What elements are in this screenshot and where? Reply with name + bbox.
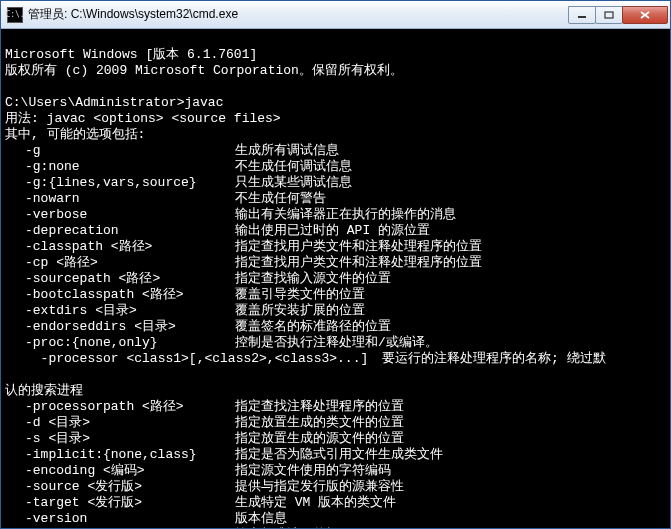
prompt-command: javac [184,95,223,110]
option-desc: 指定放置生成的类文件的位置 [235,415,404,431]
window-title: 管理员: C:\Windows\system32\cmd.exe [28,6,569,23]
option-desc: 提供与指定发行版的源兼容性 [235,479,404,495]
option-desc: 输出使用已过时的 API 的源位置 [235,223,430,239]
titlebar[interactable]: C:\. 管理员: C:\Windows\system32\cmd.exe [1,1,670,29]
option-desc: 生成特定 VM 版本的类文件 [235,495,396,511]
option-flag: -processorpath <路径> [5,399,235,415]
option-desc: 控制是否执行注释处理和/或编译。 [235,335,438,351]
option-flag: -classpath <路径> [5,239,235,255]
option-flag: -cp <路径> [5,255,235,271]
option-desc: 不生成任何调试信息 [235,159,352,175]
close-icon [640,11,650,19]
cmd-window: C:\. 管理员: C:\Windows\system32\cmd.exe Mi… [0,0,671,529]
option-row: -nowarn不生成任何警告 [5,191,666,207]
option-flag: -implicit:{none,class} [5,447,235,463]
option-desc: 只生成某些调试信息 [235,175,352,191]
option-row: -classpath <路径>指定查找用户类文件和注释处理程序的位置 [5,239,666,255]
option-flag: -sourcepath <路径> [5,271,235,287]
option-desc: 指定查找输入源文件的位置 [235,271,391,287]
usage-sub: 其中, 可能的选项包括: [5,127,145,142]
banner-line2: 版权所有 (c) 2009 Microsoft Corporation。保留所有… [5,63,403,78]
option-desc: 覆盖签名的标准路径的位置 [235,319,391,335]
option-row: -cp <路径>指定查找用户类文件和注释处理程序的位置 [5,255,666,271]
option-desc-wrap: 认的搜索进程 [5,383,83,398]
option-flag: -d <目录> [5,415,235,431]
option-row: -d <目录>指定放置生成的类文件的位置 [5,415,666,431]
window-controls [569,6,668,24]
banner-line1: Microsoft Windows [版本 6.1.7601] [5,47,257,62]
option-row: -proc:{none,only}控制是否执行注释处理和/或编译。 [5,335,666,351]
option-flag: -help [5,527,235,528]
option-row: -source <发行版>提供与指定发行版的源兼容性 [5,479,666,495]
option-flag: -proc:{none,only} [5,335,235,351]
svg-rect-1 [605,12,613,18]
option-flag: -g [5,143,235,159]
option-desc: 指定查找用户类文件和注释处理程序的位置 [235,239,482,255]
option-flag: -verbose [5,207,235,223]
option-desc: 输出有关编译器正在执行的操作的消息 [235,207,456,223]
option-desc: 指定源文件使用的字符编码 [235,463,391,479]
option-desc: 版本信息 [235,511,287,527]
maximize-icon [604,11,614,19]
option-desc: 生成所有调试信息 [235,143,339,159]
terminal-output[interactable]: Microsoft Windows [版本 6.1.7601] 版权所有 (c)… [1,29,670,528]
option-row: -bootclasspath <路径>覆盖引导类文件的位置 [5,287,666,303]
option-row: -sourcepath <路径>指定查找输入源文件的位置 [5,271,666,287]
option-row: -g:none不生成任何调试信息 [5,159,666,175]
option-row: -endorseddirs <目录>覆盖签名的标准路径的位置 [5,319,666,335]
option-desc: 指定放置生成的源文件的位置 [235,431,404,447]
option-row: -deprecation输出使用已过时的 API 的源位置 [5,223,666,239]
option-row: -g:{lines,vars,source}只生成某些调试信息 [5,175,666,191]
option-desc: 覆盖引导类文件的位置 [235,287,365,303]
option-desc: 指定查找用户类文件和注释处理程序的位置 [235,255,482,271]
option-row-processor: -processor <class1>[,<class2>,<class3>..… [5,351,666,367]
option-desc: 输出标准选项的提要 [235,527,352,528]
option-desc: 指定是否为隐式引用文件生成类文件 [235,447,443,463]
option-flag: -encoding <编码> [5,463,235,479]
minimize-icon [577,11,587,19]
option-row: -encoding <编码>指定源文件使用的字符编码 [5,463,666,479]
option-row: -s <目录>指定放置生成的源文件的位置 [5,431,666,447]
option-flag: -g:none [5,159,235,175]
option-flag: -endorseddirs <目录> [5,319,235,335]
option-flag: -source <发行版> [5,479,235,495]
option-flag: -processor <class1>[,<class2>,<class3>..… [5,351,382,367]
option-flag: -extdirs <目录> [5,303,235,319]
option-desc: 指定查找注释处理程序的位置 [235,399,404,415]
option-desc: 覆盖所安装扩展的位置 [235,303,365,319]
option-row: -target <发行版>生成特定 VM 版本的类文件 [5,495,666,511]
option-row: -verbose输出有关编译器正在执行的操作的消息 [5,207,666,223]
maximize-button[interactable] [595,6,623,24]
option-flag: -deprecation [5,223,235,239]
option-flag: -bootclasspath <路径> [5,287,235,303]
option-row: -version版本信息 [5,511,666,527]
option-desc: 要运行的注释处理程序的名称; 绕过默 [382,351,606,367]
option-row: -processorpath <路径>指定查找注释处理程序的位置 [5,399,666,415]
option-desc: 不生成任何警告 [235,191,326,207]
option-flag: -version [5,511,235,527]
option-row: -implicit:{none,class}指定是否为隐式引用文件生成类文件 [5,447,666,463]
option-row: -extdirs <目录>覆盖所安装扩展的位置 [5,303,666,319]
option-flag: -target <发行版> [5,495,235,511]
option-row: -help输出标准选项的提要 [5,527,666,528]
minimize-button[interactable] [568,6,596,24]
cmd-icon: C:\. [7,7,23,23]
option-flag: -g:{lines,vars,source} [5,175,235,191]
option-flag: -nowarn [5,191,235,207]
option-flag: -s <目录> [5,431,235,447]
prompt-line: C:\Users\Administrator>javac [5,95,223,110]
usage-line: 用法: javac <options> <source files> [5,111,281,126]
prompt-path: C:\Users\Administrator> [5,95,184,110]
option-row: -g生成所有调试信息 [5,143,666,159]
close-button[interactable] [622,6,668,24]
